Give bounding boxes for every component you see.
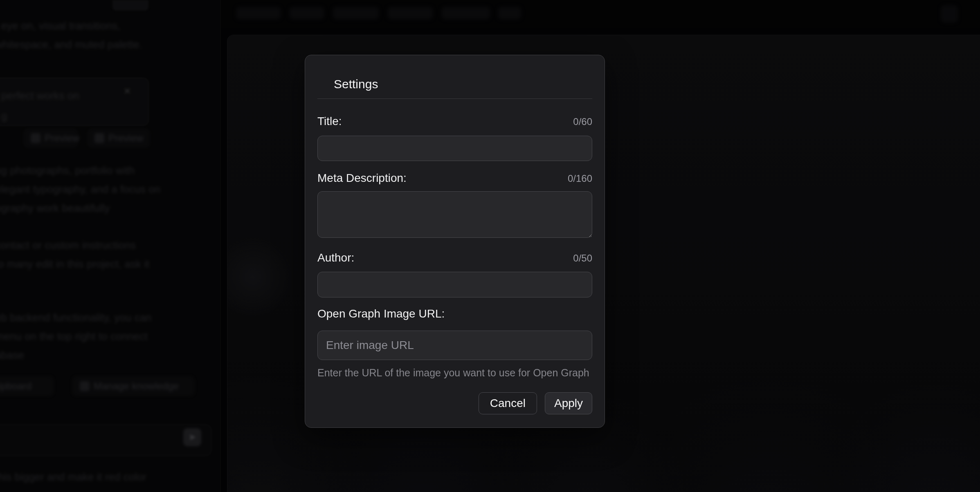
title-counter: 0/60 — [573, 116, 592, 127]
modal-button-row: Cancel Apply — [317, 392, 592, 414]
title-field-row: Title: 0/60 — [317, 114, 592, 128]
author-label: Author: — [317, 251, 354, 265]
meta-description-counter: 0/160 — [568, 173, 592, 184]
meta-description-textarea[interactable] — [317, 191, 592, 238]
og-image-helper-text: Enter the URL of the image you want to u… — [317, 367, 592, 378]
apply-button[interactable]: Apply — [545, 392, 592, 414]
author-input[interactable] — [317, 272, 592, 297]
title-input[interactable] — [317, 136, 592, 161]
og-image-label: Open Graph Image URL: — [317, 307, 445, 321]
cancel-button[interactable]: Cancel — [479, 392, 537, 414]
og-image-field-row: Open Graph Image URL: — [317, 307, 592, 321]
og-image-url-input[interactable] — [317, 331, 592, 360]
author-field-row: Author: 0/50 — [317, 251, 592, 265]
author-counter: 0/50 — [573, 253, 592, 264]
settings-modal: Settings Title: 0/60 Meta Description: 0… — [305, 55, 605, 428]
modal-title: Settings — [334, 77, 592, 92]
title-label: Title: — [317, 114, 342, 128]
meta-description-field-row: Meta Description: 0/160 — [317, 171, 592, 185]
modal-header: Settings — [317, 55, 592, 99]
meta-description-label: Meta Description: — [317, 171, 407, 185]
